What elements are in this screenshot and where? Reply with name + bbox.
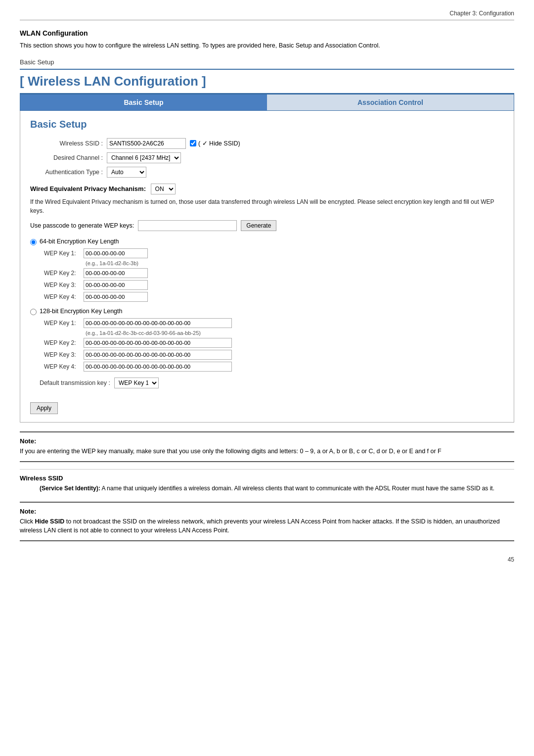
wep-desc: If the Wired Equivalent Privacy mechanis… <box>30 197 504 215</box>
wep64-key1-example-row: (e.g., 1a-01-d2-8c-3b) <box>44 260 504 266</box>
hide-ssid-checkbox[interactable] <box>190 140 196 146</box>
passcode-row: Use passcode to generate WEP keys: Gener… <box>30 220 504 231</box>
enc128-section: 128-bit Encryption Key Length WEP Key 1:… <box>30 308 504 372</box>
ssid-input[interactable] <box>107 138 186 149</box>
ssid-row: Wireless SSID : ( ✓ Hide SSID) <box>30 138 504 149</box>
page-number: 45 <box>20 556 514 563</box>
wep-status-select[interactable]: ON OFF <box>151 184 176 194</box>
enc64-label: 64-bit Encryption Key Length <box>40 238 119 245</box>
tab-basic-setup[interactable]: Basic Setup <box>20 94 267 110</box>
content-box: Basic Setup Wireless SSID : ( ✓ Hide SSI… <box>20 111 514 423</box>
wep64-key1-example: (e.g., 1a-01-d2-8c-3b) <box>86 260 138 266</box>
apply-row: Apply <box>30 395 504 414</box>
default-tx-select[interactable]: WEP Key 1 WEP Key 2 WEP Key 3 WEP Key 4 <box>114 378 159 388</box>
wep128-key2-row: WEP Key 2: <box>44 338 504 348</box>
wep64-key2-input[interactable] <box>84 268 148 278</box>
wep128-key2-label: WEP Key 2: <box>44 339 84 346</box>
wep128-key2-input[interactable] <box>84 338 232 348</box>
wep-title-text: Wired Equivalent Privacy Mechanism: <box>30 185 146 192</box>
channel-label: Desired Channel : <box>30 154 107 161</box>
wep64-key2-row: WEP Key 2: <box>44 268 504 278</box>
wep64-key3-input[interactable] <box>84 280 148 290</box>
wep64-key4-input[interactable] <box>84 292 148 302</box>
wep64-key1-input[interactable] <box>84 248 148 258</box>
tab-association-control[interactable]: Association Control <box>267 94 514 110</box>
ssid-info-rest: A name that uniquely identifies a wirele… <box>100 485 494 492</box>
ssid-info-title: Wireless SSID <box>20 474 514 482</box>
wep128-key1-example-row: (e.g., 1a-01-d2-8c-3b-cc-dd-03-90-66-aa-… <box>44 330 504 336</box>
generate-button[interactable]: Generate <box>241 220 276 231</box>
auth-label: Authentication Type : <box>30 169 107 176</box>
enc64-radio-row: 64-bit Encryption Key Length <box>30 238 504 245</box>
page-subtitle: Basic Setup <box>30 119 504 130</box>
wep128-key1-row: WEP Key 1: <box>44 318 504 328</box>
wep128-key4-row: WEP Key 4: <box>44 362 504 372</box>
default-tx-row: Default transmission key : WEP Key 1 WEP… <box>30 378 504 388</box>
chapter-label: Chapter 3: Configuration <box>449 10 514 17</box>
wep64-key4-row: WEP Key 4: <box>44 292 504 302</box>
section-title: WLAN Configuration <box>20 29 514 37</box>
section-desc: This section shows you how to configure … <box>20 41 514 50</box>
basic-setup-section-label: Basic Setup <box>20 58 514 66</box>
channel-select[interactable]: Channel 6 [2437 MHz] <box>107 152 181 163</box>
tab-bar: Basic Setup Association Control <box>20 94 514 111</box>
ssid-label: Wireless SSID : <box>30 140 107 147</box>
ssid-info-bold: (Service Set Identity): <box>40 485 100 492</box>
note2-title: Note: <box>20 508 514 515</box>
wep128-key4-input[interactable] <box>84 362 232 372</box>
passcode-label: Use passcode to generate WEP keys: <box>30 222 134 229</box>
note2-text-before: Click <box>20 518 35 525</box>
chapter-header: Chapter 3: Configuration <box>20 10 514 20</box>
note2-text: Click Hide SSID to not broadcast the SSI… <box>20 517 514 536</box>
wep64-key2-label: WEP Key 2: <box>44 270 84 277</box>
default-tx-label: Default transmission key : <box>30 379 114 386</box>
apply-button[interactable]: Apply <box>30 402 58 414</box>
enc128-radio[interactable] <box>30 309 37 315</box>
enc64-section: 64-bit Encryption Key Length WEP Key 1: … <box>30 238 504 302</box>
wep128-key1-input[interactable] <box>84 318 232 328</box>
passcode-input[interactable] <box>138 220 237 231</box>
wep64-key3-row: WEP Key 3: <box>44 280 504 290</box>
wlan-title-text: [ Wireless LAN Configuration ] <box>20 74 206 89</box>
wep128-key3-label: WEP Key 3: <box>44 351 84 358</box>
ssid-info-text: (Service Set Identity): A name that uniq… <box>20 484 514 493</box>
wep128-key1-label: WEP Key 1: <box>44 320 84 327</box>
wep64-key1-label: WEP Key 1: <box>44 250 84 257</box>
note1-title: Note: <box>20 437 514 445</box>
enc64-radio[interactable] <box>30 239 37 245</box>
key-table-128: WEP Key 1: (e.g., 1a-01-d2-8c-3b-cc-dd-0… <box>44 318 504 372</box>
wep128-key4-label: WEP Key 4: <box>44 363 84 370</box>
auth-row: Authentication Type : Auto <box>30 167 504 178</box>
wep64-key4-label: WEP Key 4: <box>44 293 84 300</box>
note2-box: Note: Click Hide SSID to not broadcast t… <box>20 502 514 542</box>
hide-ssid-row: ( ✓ Hide SSID) <box>190 140 240 147</box>
ssid-info-section: Wireless SSID (Service Set Identity): A … <box>20 469 514 493</box>
note1-text: If you are entering the WEP key manually… <box>20 447 514 456</box>
wep-title-row: Wired Equivalent Privacy Mechanism: ON O… <box>30 184 504 194</box>
wep64-key1-row: WEP Key 1: <box>44 248 504 258</box>
hide-ssid-label: ( ✓ Hide SSID) <box>198 140 240 147</box>
enc128-label: 128-bit Encryption Key Length <box>40 308 122 315</box>
key-table-64: WEP Key 1: (e.g., 1a-01-d2-8c-3b) WEP Ke… <box>44 248 504 302</box>
note2-bold: Hide SSID <box>35 518 65 525</box>
wep128-key3-row: WEP Key 3: <box>44 350 504 360</box>
channel-row: Desired Channel : Channel 6 [2437 MHz] <box>30 152 504 163</box>
wep64-key3-label: WEP Key 3: <box>44 282 84 288</box>
auth-select[interactable]: Auto <box>107 167 146 178</box>
wep128-key1-example: (e.g., 1a-01-d2-8c-3b-cc-dd-03-90-66-aa-… <box>86 330 201 336</box>
wep128-key3-input[interactable] <box>84 350 232 360</box>
note2-text-after: to not broadcast the SSID on the wireles… <box>20 518 500 534</box>
wlan-title: [ Wireless LAN Configuration ] <box>20 69 514 94</box>
note1-box: Note: If you are entering the WEP key ma… <box>20 431 514 462</box>
enc128-radio-row: 128-bit Encryption Key Length <box>30 308 504 315</box>
